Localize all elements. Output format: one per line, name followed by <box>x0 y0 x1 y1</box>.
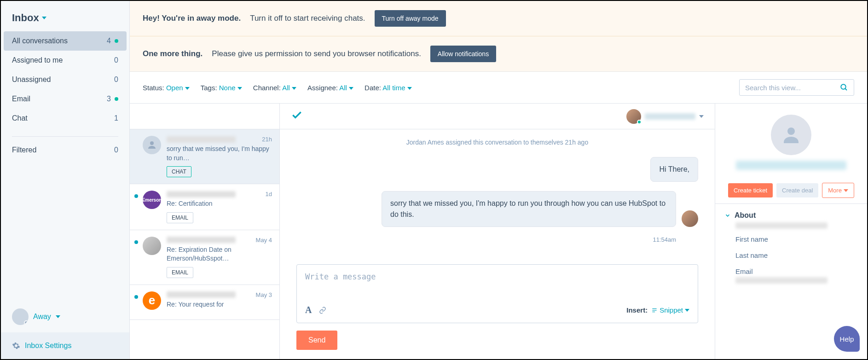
contact-detail-column: Create ticket Create deal More About Fir… <box>715 104 867 359</box>
svg-point-0 <box>841 84 846 89</box>
conversation-scroll[interactable]: Jordan Ames assigned this conversation t… <box>280 129 715 264</box>
workspace: 21h sorry that we missed you, I'm happy … <box>130 104 867 359</box>
field-first-name: First name <box>724 229 858 243</box>
field-value-redacted <box>735 277 827 284</box>
thread-item[interactable]: Emerson 1d Re: Certification EMAIL <box>130 184 279 230</box>
filter-tags[interactable]: Tags: None <box>201 84 242 92</box>
main: Hey! You're in away mode. Turn it off to… <box>130 1 867 359</box>
nav-count: 0 <box>114 146 118 154</box>
nav-assigned-to-me[interactable]: Assigned to me 0 <box>1 51 129 70</box>
composer: A Insert: Snippet Send <box>296 264 698 350</box>
list-icon <box>651 307 658 314</box>
perm-banner-title: One more thing. <box>143 49 203 58</box>
filter-channel[interactable]: Channel: All <box>253 84 296 92</box>
caret-down-icon <box>292 87 296 90</box>
detail-actions: Create ticket Create deal More <box>715 177 867 203</box>
presence-label: Away <box>33 313 51 321</box>
composer-box: A Insert: Snippet <box>296 264 698 323</box>
assignee-dropdown[interactable] <box>626 109 704 124</box>
thread-scroll[interactable]: 21h sorry that we missed you, I'm happy … <box>130 129 279 359</box>
channel-badge: EMAIL <box>167 212 193 223</box>
channel-badge: CHAT <box>167 166 191 177</box>
about-subtitle-redacted <box>735 222 827 229</box>
channel-badge: EMAIL <box>167 267 193 278</box>
nav-count: 4 <box>107 37 118 45</box>
message-bubble: sorry that we missed you, I'm happy to r… <box>382 191 676 227</box>
nav-count: 3 <box>107 95 118 103</box>
caret-down-icon <box>844 189 848 192</box>
unread-dot-icon <box>134 240 138 244</box>
conversation-column: Jordan Ames assigned this conversation t… <box>280 104 715 359</box>
nav-email[interactable]: Email 3 <box>1 89 129 109</box>
person-icon <box>780 124 802 146</box>
search-input-wrapper[interactable] <box>739 79 854 96</box>
svg-point-2 <box>150 141 154 145</box>
field-email: Email <box>724 261 858 284</box>
turn-off-away-button[interactable]: Turn off away mode <box>375 10 446 27</box>
inbox-dropdown[interactable]: Inbox <box>1 1 129 31</box>
help-button[interactable]: Help <box>834 326 860 352</box>
thread-item[interactable]: May 4 Re: Expiration Date on Emerson/Hub… <box>130 230 279 285</box>
away-mode-banner: Hey! You're in away mode. Turn it off to… <box>130 1 867 36</box>
caret-down-icon <box>699 115 704 118</box>
contact-header <box>715 104 867 177</box>
filter-date[interactable]: Date: All time <box>365 84 412 92</box>
contact-avatar <box>771 115 811 155</box>
search-input[interactable] <box>745 84 836 92</box>
presence-away-icon <box>24 320 29 325</box>
message-row: Hi There, <box>296 157 698 182</box>
chevron-down-icon <box>724 212 731 219</box>
nav-count: 1 <box>114 114 118 122</box>
filter-status[interactable]: Status: Open <box>143 84 190 92</box>
thread-name-redacted <box>167 191 236 197</box>
link-icon[interactable] <box>319 307 326 314</box>
message-row: sorry that we missed you, I'm happy to r… <box>296 191 698 227</box>
filter-assignee[interactable]: Assignee: All <box>307 84 353 92</box>
caret-down-icon <box>407 87 412 90</box>
create-ticket-button[interactable]: Create ticket <box>728 183 773 197</box>
thread-time: 1d <box>266 191 272 197</box>
nav-label: Assigned to me <box>12 56 63 64</box>
allow-notifications-button[interactable]: Allow notifications <box>430 46 496 62</box>
avatar <box>143 136 161 154</box>
nav-unassigned[interactable]: Unassigned 0 <box>1 70 129 89</box>
nav-label: Chat <box>12 114 28 122</box>
thread-time: May 4 <box>256 237 272 244</box>
conversation-header <box>280 104 715 129</box>
perm-banner-text: Please give us permission to send you br… <box>212 49 421 58</box>
thread-name-redacted <box>167 136 236 143</box>
unread-dot-icon <box>134 295 138 299</box>
thread-item[interactable]: 21h sorry that we missed you, I'm happy … <box>130 129 279 184</box>
thread-time: May 3 <box>256 291 272 298</box>
thread-list: 21h sorry that we missed you, I'm happy … <box>130 104 280 359</box>
about-toggle[interactable]: About <box>724 211 858 220</box>
contact-email-redacted <box>736 161 846 170</box>
nav-chat[interactable]: Chat 1 <box>1 109 129 128</box>
message-time: 11:54am <box>296 236 676 243</box>
more-actions-button[interactable]: More <box>822 183 854 198</box>
assignee-name-redacted <box>645 113 695 120</box>
check-icon <box>291 109 303 121</box>
send-button[interactable]: Send <box>296 331 337 350</box>
insert-snippet-button[interactable]: Snippet <box>651 306 689 314</box>
svg-point-6 <box>787 128 795 135</box>
caret-down-icon <box>56 315 60 318</box>
thread-item[interactable]: e May 3 Re: Your request for <box>130 285 279 320</box>
presence-dropdown[interactable]: Away <box>1 301 129 332</box>
create-deal-button[interactable]: Create deal <box>776 183 818 197</box>
nav-label: Unassigned <box>12 75 51 84</box>
mark-done-button[interactable] <box>291 109 303 124</box>
nav-filtered[interactable]: Filtered 0 <box>1 140 129 160</box>
search-icon <box>840 83 848 92</box>
nav-all-conversations[interactable]: All conversations 4 <box>4 31 127 51</box>
gear-icon <box>12 342 20 350</box>
caret-down-icon <box>685 309 689 312</box>
presence-online-icon <box>637 120 642 124</box>
thread-list-header <box>130 104 279 129</box>
inbox-settings-link[interactable]: Inbox Settings <box>1 332 129 359</box>
caret-down-icon <box>42 17 46 19</box>
text-format-button[interactable]: A <box>305 305 312 315</box>
unread-dot-icon <box>115 97 118 101</box>
avatar <box>143 237 161 255</box>
message-input[interactable] <box>305 272 689 300</box>
